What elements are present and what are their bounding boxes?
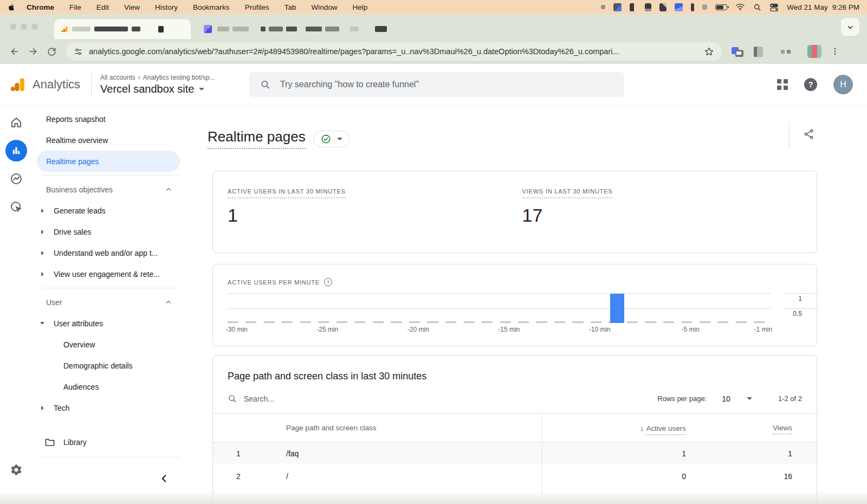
help-icon[interactable]: ? <box>804 78 817 91</box>
nav-explore[interactable] <box>10 172 23 185</box>
sidebar-item-demographic-details[interactable]: Demographic details <box>33 355 184 376</box>
caret-down-icon <box>199 88 204 91</box>
status-icon[interactable] <box>702 4 707 10</box>
status-icon[interactable] <box>691 3 694 11</box>
nav-reports-active[interactable] <box>5 140 27 161</box>
admin-settings[interactable] <box>10 463 23 476</box>
profile-avatar-chip[interactable] <box>807 45 821 58</box>
sidebar-item-audiences[interactable]: Audiences <box>33 376 184 397</box>
status-icon[interactable] <box>659 3 667 11</box>
nav-home[interactable] <box>10 116 23 129</box>
report-status-dropdown[interactable] <box>313 131 350 147</box>
control-center-icon[interactable] <box>769 3 779 11</box>
analytics-logo[interactable] <box>10 76 26 93</box>
column-header-page-path[interactable]: Page path and screen class <box>286 424 541 432</box>
x-axis-label: -5 min <box>682 326 700 333</box>
status-icon[interactable] <box>630 3 637 11</box>
sidebar-item-understand-traffic[interactable]: Understand web and/or app t... <box>33 242 184 263</box>
x-axis-label: -10 min <box>589 326 611 333</box>
reload-button[interactable] <box>42 42 61 61</box>
account-avatar[interactable]: H <box>833 75 853 94</box>
global-search-input[interactable] <box>280 80 613 89</box>
extension-icon[interactable] <box>732 45 745 58</box>
tab-search-button[interactable] <box>841 18 859 36</box>
wifi-icon[interactable] <box>735 3 745 11</box>
site-settings-icon[interactable] <box>74 47 83 56</box>
tab-favicon <box>204 25 212 33</box>
global-search-bar[interactable] <box>249 72 624 97</box>
sidebar-item-overview[interactable]: Overview <box>33 334 184 355</box>
help-icon[interactable]: ? <box>324 278 332 286</box>
nav-advertising[interactable] <box>10 201 23 214</box>
column-header-active-users[interactable]: ↓Active users <box>541 423 686 432</box>
menubar-item-profiles[interactable]: Profiles <box>245 3 269 11</box>
extension-icon[interactable] <box>781 50 791 54</box>
advertising-icon <box>10 201 23 214</box>
url-bar[interactable]: analytics.google.com/analytics/web/?auth… <box>66 42 722 61</box>
window-zoom-button[interactable] <box>31 23 38 30</box>
bookmark-star-icon[interactable] <box>704 47 714 57</box>
item-label: Library <box>63 438 87 447</box>
property-selector[interactable]: Vercel sandbox site <box>100 83 215 95</box>
extension-icon[interactable] <box>754 47 763 57</box>
tab-secondary[interactable] <box>197 19 393 39</box>
row-page-path: /faq <box>286 449 541 458</box>
sidebar-item-drive-sales[interactable]: Drive sales <box>33 221 184 242</box>
sidebar-item-realtime-pages[interactable]: Realtime pages <box>37 151 180 172</box>
menubar-item-history[interactable]: History <box>155 3 178 11</box>
battery-icon[interactable] <box>715 4 727 10</box>
metric-label: ACTIVE USERS IN LAST 30 MINUTES <box>228 188 346 198</box>
back-button[interactable] <box>5 42 24 61</box>
status-icon[interactable] <box>613 3 622 11</box>
forward-button[interactable] <box>24 42 42 61</box>
table-search-input[interactable] <box>244 395 406 403</box>
sidebar-item-realtime-overview[interactable]: Realtime overview <box>33 130 184 151</box>
menubar-item-edit[interactable]: Edit <box>96 3 109 11</box>
redacted-tab-title <box>261 27 266 31</box>
menubar-item-bookmarks[interactable]: Bookmarks <box>193 3 230 11</box>
status-icon[interactable] <box>601 5 605 9</box>
menubar-item-chrome[interactable]: Chrome <box>27 3 54 11</box>
search-icon <box>260 79 270 90</box>
row-rank: 1 <box>213 449 286 458</box>
window-close-button[interactable] <box>10 23 16 30</box>
rows-per-page-label: Rows per page: <box>657 395 707 403</box>
menubar-item-view[interactable]: View <box>124 3 140 11</box>
sidebar-item-generate-leads[interactable]: Generate leads <box>33 200 184 221</box>
status-icon[interactable] <box>645 3 651 11</box>
section-title: Business objectives <box>46 185 113 194</box>
sidebar-item-tech[interactable]: Tech <box>33 397 184 418</box>
column-header-views[interactable]: Views <box>686 424 792 432</box>
caret-down-icon[interactable] <box>747 397 752 400</box>
breadcrumb-all-accounts[interactable]: All accounts <box>100 74 135 81</box>
spotlight-icon[interactable] <box>753 3 761 11</box>
table-search[interactable] <box>228 394 657 403</box>
apple-icon[interactable] <box>8 3 16 12</box>
menubar-item-tab[interactable]: Tab <box>284 3 296 11</box>
sidebar-item-view-engagement[interactable]: View user engagement & rete... <box>33 263 184 285</box>
sidebar-item-reports-snapshot[interactable]: Reports snapshot <box>33 108 184 130</box>
expand-arrow-icon <box>41 272 44 276</box>
sidebar-collapse-button[interactable] <box>158 473 170 484</box>
section-business-objectives[interactable]: Business objectives <box>33 179 184 200</box>
divider <box>41 288 180 288</box>
summary-card: ACTIVE USERS IN LAST 30 MINUTES 1 VIEWS … <box>212 171 817 253</box>
rows-per-page-value[interactable]: 10 <box>722 395 730 403</box>
sidebar-item-user-attributes[interactable]: User attributes <box>33 313 184 334</box>
apps-grid-icon[interactable] <box>777 79 788 90</box>
header-actions: ? H <box>777 75 853 94</box>
section-user[interactable]: User <box>33 292 184 313</box>
breadcrumb-separator-icon: › <box>138 74 140 81</box>
check-circle-icon <box>321 134 331 144</box>
share-button[interactable] <box>803 128 814 140</box>
menubar-item-help[interactable]: Help <box>352 3 367 11</box>
menubar-item-window[interactable]: Window <box>311 3 337 11</box>
menubar-clock[interactable]: Wed 21 May9:26 PM <box>787 3 859 11</box>
breadcrumb-account[interactable]: Analytics testing bot/sp... <box>143 74 215 81</box>
sidebar-item-library[interactable]: Library <box>33 431 184 453</box>
tab-analytics-active[interactable] <box>54 19 191 39</box>
status-icon[interactable] <box>675 3 683 11</box>
browser-menu-icon[interactable] <box>831 47 839 56</box>
menubar-item-file[interactable]: File <box>69 3 81 11</box>
window-minimize-button[interactable] <box>21 23 27 30</box>
